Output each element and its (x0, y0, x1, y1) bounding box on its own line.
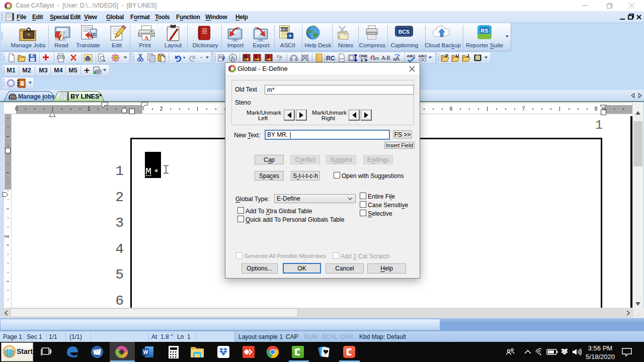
svg-text:fs: fs (231, 55, 234, 61)
svg-text:U: U (456, 53, 459, 58)
svg-text:RS: RS (480, 28, 488, 34)
svg-text:‹RC›: ‹RC› (326, 55, 336, 62)
svg-text:A: A (144, 35, 148, 41)
svg-text:J: J (266, 54, 269, 59)
svg-text:am: am (373, 56, 379, 61)
svg-text:ASCII: ASCII (280, 28, 289, 31)
svg-text:ABC: ABC (418, 54, 427, 58)
svg-text:A-B: A-B (382, 55, 390, 61)
svg-text:D: D (244, 54, 248, 59)
svg-text:J: J (466, 53, 469, 58)
svg-text:W: W (143, 349, 148, 355)
svg-text:1: 1 (360, 57, 363, 62)
svg-text:P: P (445, 53, 448, 58)
svg-text:BCS: BCS (398, 29, 410, 35)
svg-text:E: E (255, 54, 258, 59)
svg-text:K: K (277, 54, 280, 59)
